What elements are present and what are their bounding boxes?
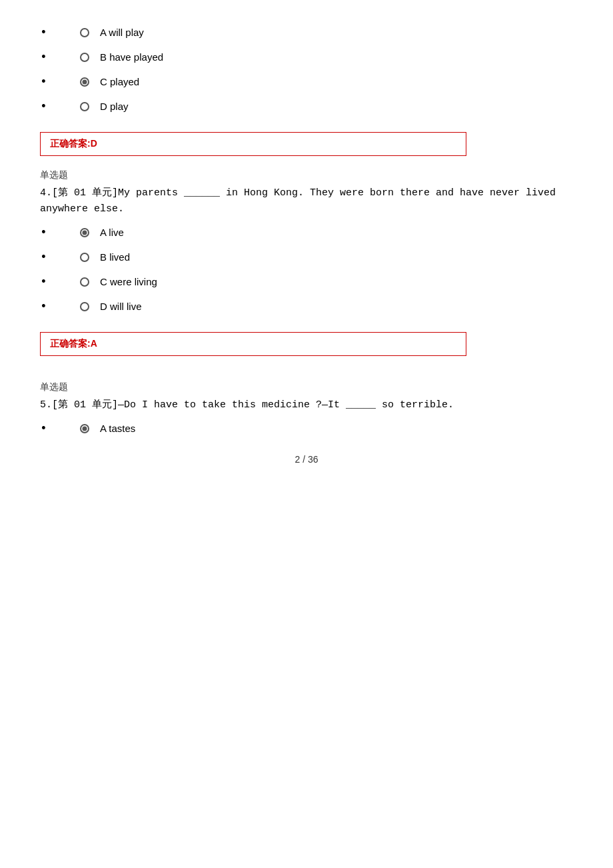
q3-radio-c[interactable] (80, 77, 89, 87)
q4-radio-a[interactable] (80, 228, 89, 237)
q4-type-label: 单选题 (40, 169, 573, 181)
q3-options-list: A will play B have played C played D pla… (40, 27, 573, 112)
q5-option-a[interactable]: A tastes (40, 423, 573, 434)
q4-answer-box: 正确答案:A (40, 332, 466, 356)
q4-radio-c[interactable] (80, 277, 89, 287)
q4-option-d-label: D will live (100, 301, 142, 312)
q4-option-b[interactable]: B lived (40, 251, 573, 263)
q3-option-a-label: A will play (100, 27, 144, 38)
q5-text: 5.[第 01 单元]—Do I have to take this medic… (40, 397, 573, 413)
q4-option-c[interactable]: C were living (40, 276, 573, 287)
q3-option-b-label: B have played (100, 51, 163, 63)
q4-option-b-label: B lived (100, 251, 130, 263)
q4-answer-text: 正确答案:A (50, 338, 97, 349)
q3-option-c[interactable]: C played (40, 76, 573, 87)
q4-option-a-label: A live (100, 227, 124, 238)
q4-text: 4.[第 01 单元]My parents ______ in Hong Kon… (40, 185, 573, 217)
q3-option-c-label: C played (100, 76, 139, 87)
q3-answer-text: 正确答案:D (50, 138, 97, 149)
page-footer: 2 / 36 (40, 454, 573, 465)
q3-radio-a[interactable] (80, 28, 89, 37)
q4-option-a[interactable]: A live (40, 227, 573, 238)
q4-option-d[interactable]: D will live (40, 301, 573, 312)
q3-option-b[interactable]: B have played (40, 51, 573, 63)
q4-section: 单选题 4.[第 01 单元]My parents ______ in Hong… (40, 169, 573, 369)
q3-radio-d[interactable] (80, 102, 89, 111)
q5-type-label: 单选题 (40, 381, 573, 393)
q5-radio-a[interactable] (80, 424, 89, 433)
q3-radio-b[interactable] (80, 53, 89, 62)
q3-option-d-label: D play (100, 101, 129, 112)
q3-option-a[interactable]: A will play (40, 27, 573, 38)
q5-section: 单选题 5.[第 01 单元]—Do I have to take this m… (40, 381, 573, 434)
q4-options-list: A live B lived C were living D will live (40, 227, 573, 312)
q5-option-a-label: A tastes (100, 423, 135, 434)
q3-option-d[interactable]: D play (40, 101, 573, 112)
q4-option-c-label: C were living (100, 276, 157, 287)
q4-radio-b[interactable] (80, 253, 89, 262)
q4-radio-d[interactable] (80, 302, 89, 311)
q3-answer-box: 正确答案:D (40, 132, 466, 156)
q5-options-list: A tastes (40, 423, 573, 434)
